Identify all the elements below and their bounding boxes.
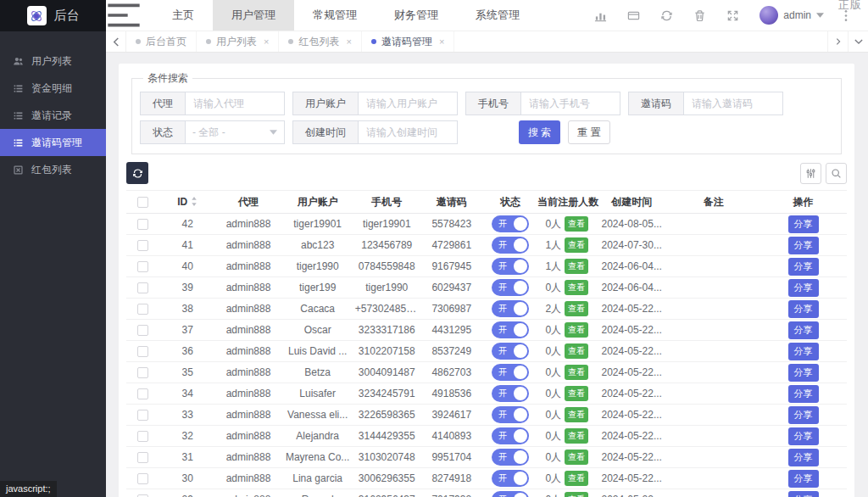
agent-input[interactable] (185, 92, 285, 115)
view-registrations-button[interactable]: 查看 (565, 301, 588, 316)
tabs-scroll-left-icon[interactable] (106, 31, 126, 52)
row-checkbox[interactable] (137, 388, 148, 399)
card-icon[interactable] (627, 9, 640, 22)
row-checkbox[interactable] (137, 240, 148, 251)
share-button[interactable]: 分享 (788, 385, 819, 403)
view-registrations-button[interactable]: 查看 (565, 237, 588, 253)
view-registrations-button[interactable]: 查看 (565, 343, 588, 359)
view-registrations-button[interactable]: 查看 (565, 407, 588, 422)
tabs-scroll-right-icon[interactable] (827, 31, 848, 52)
share-button[interactable]: 分享 (788, 279, 819, 297)
cell-id: 39 (160, 277, 215, 299)
sort-icon[interactable] (191, 197, 198, 206)
nav-item-finance-management[interactable]: 财务管理 (376, 0, 457, 31)
phone-input[interactable] (520, 92, 620, 115)
share-button[interactable]: 分享 (788, 364, 819, 382)
user-menu[interactable]: admin (760, 6, 824, 25)
status-toggle[interactable]: 开 (492, 237, 529, 254)
refresh-icon[interactable] (660, 9, 673, 22)
sidebar-item-fund-details[interactable]: 资金明细 (0, 75, 106, 102)
search-button[interactable]: 搜 索 (519, 120, 560, 144)
fullscreen-icon[interactable] (726, 9, 739, 22)
share-button[interactable]: 分享 (788, 343, 819, 360)
row-checkbox[interactable] (137, 346, 148, 357)
row-checkbox[interactable] (137, 410, 148, 421)
column-header-reg_count: 当前注册人数 (537, 191, 596, 214)
view-registrations-button[interactable]: 查看 (565, 492, 588, 497)
reset-button[interactable]: 重 置 (568, 120, 609, 144)
status-toggle[interactable]: 开 (492, 300, 529, 317)
view-registrations-button[interactable]: 查看 (565, 450, 588, 465)
share-button[interactable]: 分享 (788, 427, 819, 445)
logo[interactable]: 后台 (0, 0, 106, 31)
nav-item-home[interactable]: 主页 (153, 0, 213, 31)
tab-user-list[interactable]: 用户列表× (197, 31, 279, 52)
status-toggle[interactable]: 开 (492, 491, 529, 497)
row-checkbox[interactable] (137, 431, 148, 442)
view-registrations-button[interactable]: 查看 (565, 259, 588, 274)
bar-chart-icon[interactable] (594, 9, 607, 22)
sidebar-item-invite-code-management[interactable]: 邀请码管理 (0, 129, 106, 156)
view-registrations-button[interactable]: 查看 (565, 386, 588, 401)
status-toggle[interactable]: 开 (492, 279, 529, 296)
share-button[interactable]: 分享 (788, 258, 819, 276)
share-button[interactable]: 分享 (788, 237, 819, 254)
status-toggle[interactable]: 开 (492, 258, 529, 275)
share-button[interactable]: 分享 (788, 491, 819, 497)
tab-close-icon[interactable]: × (264, 36, 269, 47)
select-all-checkbox[interactable] (137, 197, 148, 208)
tab-invite-code-management[interactable]: 邀请码管理× (362, 31, 454, 52)
status-toggle[interactable]: 开 (492, 364, 529, 381)
status-toggle[interactable]: 开 (492, 449, 529, 466)
account-input[interactable] (358, 92, 458, 115)
tabs-menu-icon[interactable] (848, 31, 868, 52)
row-checkbox[interactable] (137, 452, 148, 463)
trash-icon[interactable] (693, 9, 706, 22)
share-button[interactable]: 分享 (788, 321, 819, 339)
row-checkbox[interactable] (137, 473, 148, 484)
cell-reg_count: 0人查看 (537, 320, 596, 341)
share-button[interactable]: 分享 (788, 300, 819, 318)
sidebar-item-invite-records[interactable]: 邀请记录 (0, 102, 106, 129)
sidebar-item-user-list[interactable]: 用户列表 (0, 47, 106, 75)
status-select[interactable]: - 全部 - (185, 120, 285, 144)
row-checkbox[interactable] (137, 325, 148, 336)
status-toggle[interactable]: 开 (492, 343, 529, 360)
row-checkbox[interactable] (137, 219, 148, 230)
created-time-input[interactable] (358, 120, 458, 144)
nav-item-user-management[interactable]: 用户管理 (213, 0, 294, 31)
refresh-table-button[interactable] (126, 162, 148, 184)
view-registrations-button[interactable]: 查看 (565, 365, 588, 380)
view-registrations-button[interactable]: 查看 (565, 428, 588, 444)
share-button[interactable]: 分享 (788, 449, 819, 466)
row-checkbox[interactable] (137, 367, 148, 378)
status-toggle[interactable]: 开 (492, 470, 529, 487)
menu-toggle-icon[interactable] (106, 0, 142, 31)
tab-close-icon[interactable]: × (439, 36, 444, 47)
share-button[interactable]: 分享 (788, 470, 819, 488)
status-toggle[interactable]: 开 (492, 385, 529, 402)
column-settings-button[interactable] (800, 163, 821, 184)
share-button[interactable]: 分享 (788, 406, 819, 424)
nav-item-general-management[interactable]: 常规管理 (294, 0, 376, 31)
view-registrations-button[interactable]: 查看 (565, 216, 588, 232)
view-registrations-button[interactable]: 查看 (565, 471, 588, 486)
view-registrations-button[interactable]: 查看 (565, 280, 588, 295)
tab-close-icon[interactable]: × (346, 36, 351, 47)
tab-redpacket-list[interactable]: 红包列表× (279, 31, 361, 52)
invite-code-input[interactable] (683, 92, 783, 115)
view-registrations-button[interactable]: 查看 (565, 322, 588, 338)
status-toggle[interactable]: 开 (492, 427, 529, 444)
nav-item-system-management[interactable]: 系统管理 (457, 0, 538, 31)
status-toggle[interactable]: 开 (492, 215, 529, 232)
share-button[interactable]: 分享 (788, 215, 819, 233)
row-checkbox[interactable] (137, 282, 148, 293)
toggle-search-button[interactable] (826, 163, 847, 184)
main-content: 条件搜索 代理用户账户手机号邀请码 状态- 全部 -创建时间 搜 索 重 置 (106, 53, 868, 497)
status-toggle[interactable]: 开 (492, 406, 529, 423)
tab-dashboard[interactable]: 后台首页 (126, 31, 197, 52)
sidebar-item-redpacket-list[interactable]: 红包列表 (0, 156, 106, 183)
status-toggle[interactable]: 开 (492, 321, 529, 338)
row-checkbox[interactable] (137, 261, 148, 272)
row-checkbox[interactable] (137, 304, 148, 315)
